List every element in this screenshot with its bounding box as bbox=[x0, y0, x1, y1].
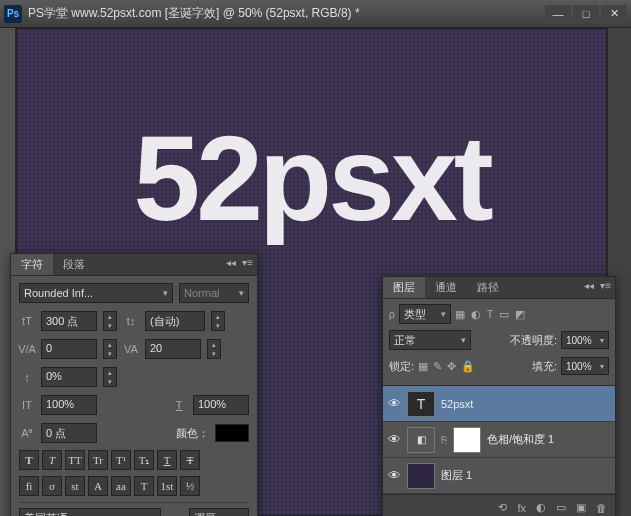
tab-paragraph[interactable]: 段落 bbox=[53, 254, 95, 275]
layer-thumb-text: T bbox=[407, 391, 435, 417]
color-label: 颜色： bbox=[176, 426, 209, 441]
superscript-button[interactable]: T¹ bbox=[111, 450, 131, 470]
tab-channels[interactable]: 通道 bbox=[425, 277, 467, 298]
layer-mask-icon[interactable]: ◐ bbox=[536, 501, 546, 514]
delete-layer-icon[interactable]: 🗑 bbox=[596, 502, 607, 514]
stylistic-button[interactable]: aa bbox=[111, 476, 131, 496]
subscript-button[interactable]: T₁ bbox=[134, 450, 154, 470]
kerning-icon: V/A bbox=[19, 343, 35, 355]
vscale-input[interactable]: 100% bbox=[41, 395, 97, 415]
filter-kind-dropdown[interactable]: 类型 bbox=[399, 304, 451, 324]
new-group-icon[interactable]: ▭ bbox=[556, 501, 566, 514]
height-icon: ↕ bbox=[19, 371, 35, 383]
hscale-input[interactable]: 100% bbox=[193, 395, 249, 415]
lock-transparent-icon[interactable]: ▦ bbox=[418, 360, 428, 373]
bold-button[interactable]: T bbox=[19, 450, 39, 470]
panel-collapse-icon[interactable]: ◂◂ bbox=[226, 257, 236, 268]
baseline-input[interactable]: 0 点 bbox=[41, 423, 97, 443]
smallcaps-button[interactable]: Tr bbox=[88, 450, 108, 470]
leading-spinner[interactable]: ▴▾ bbox=[211, 311, 225, 331]
filter-type-icons: ▦ ◐ T ▭ ◩ bbox=[455, 308, 526, 321]
layer-name[interactable]: 52psxt bbox=[441, 398, 473, 410]
opacity-label: 不透明度: bbox=[510, 333, 557, 348]
window-title: PS学堂 www.52psxt.com [圣诞字效] @ 50% (52psxt… bbox=[28, 5, 545, 22]
font-size-spinner[interactable]: ▴▾ bbox=[103, 311, 117, 331]
height-spinner[interactable]: ▴▾ bbox=[103, 367, 117, 387]
lock-label: 锁定: bbox=[389, 359, 414, 374]
discretionary-button[interactable]: st bbox=[65, 476, 85, 496]
layer-thumb-image bbox=[407, 463, 435, 489]
window-controls: — □ ✕ bbox=[545, 5, 627, 23]
visibility-icon[interactable]: 👁 bbox=[387, 432, 401, 447]
visibility-icon[interactable]: 👁 bbox=[387, 468, 401, 483]
tab-character[interactable]: 字符 bbox=[11, 254, 53, 275]
minimize-button[interactable]: — bbox=[545, 5, 571, 23]
filter-type-icon[interactable]: T bbox=[487, 308, 494, 321]
kerning-input[interactable]: 0 bbox=[41, 339, 97, 359]
window-titlebar: Ps PS学堂 www.52psxt.com [圣诞字效] @ 50% (52p… bbox=[0, 0, 631, 28]
layer-mask-thumb bbox=[453, 427, 481, 453]
filter-kind-icon[interactable]: ρ bbox=[389, 309, 395, 320]
language-dropdown[interactable]: 美国英语 bbox=[19, 508, 161, 516]
font-size-input[interactable]: 300 点 bbox=[41, 311, 97, 331]
blend-mode-dropdown[interactable]: 正常 bbox=[389, 330, 471, 350]
ligature-button[interactable]: fi bbox=[19, 476, 39, 496]
swash-button[interactable]: A bbox=[88, 476, 108, 496]
tracking-spinner[interactable]: ▴▾ bbox=[207, 339, 221, 359]
vscale-icon: IT bbox=[19, 399, 35, 411]
layer-thumb-adjust: ◧ bbox=[407, 427, 435, 453]
height-input[interactable]: 0% bbox=[41, 367, 97, 387]
tracking-icon: VA bbox=[123, 343, 139, 355]
font-size-icon: tT bbox=[19, 315, 35, 327]
tab-layers[interactable]: 图层 bbox=[383, 277, 425, 298]
underline-button[interactable]: T bbox=[157, 450, 177, 470]
filter-adjust-icon[interactable]: ◐ bbox=[471, 308, 481, 321]
panel-collapse-icon[interactable]: ◂◂ bbox=[584, 280, 594, 291]
fractions-button[interactable]: ½ bbox=[180, 476, 200, 496]
antialias-dropdown[interactable]: 浑厚 bbox=[189, 508, 249, 516]
layer-name[interactable]: 色相/饱和度 1 bbox=[487, 432, 554, 447]
filter-smart-icon[interactable]: ◩ bbox=[515, 308, 525, 321]
close-button[interactable]: ✕ bbox=[601, 5, 627, 23]
kerning-spinner[interactable]: ▴▾ bbox=[103, 339, 117, 359]
filter-pixel-icon[interactable]: ▦ bbox=[455, 308, 465, 321]
lock-icons: ▦ ✎ ✥ 🔒 bbox=[418, 360, 475, 373]
layers-panel-tabs: 图层 通道 路径 ◂◂ ▾≡ bbox=[383, 277, 615, 299]
ordinals-button[interactable]: 1st bbox=[157, 476, 177, 496]
titling-button[interactable]: T bbox=[134, 476, 154, 496]
tracking-input[interactable]: 20 bbox=[145, 339, 201, 359]
panel-menu-icon[interactable]: ▾≡ bbox=[242, 257, 253, 268]
maximize-button[interactable]: □ bbox=[573, 5, 599, 23]
fill-input[interactable]: 100% bbox=[561, 357, 609, 375]
panel-menu-icon[interactable]: ▾≡ bbox=[600, 280, 611, 291]
layers-panel: 图层 通道 路径 ◂◂ ▾≡ ρ 类型 ▦ ◐ T ▭ ◩ 正常 不透明度: 1… bbox=[382, 276, 616, 516]
color-swatch[interactable] bbox=[215, 424, 249, 442]
link-layers-icon[interactable]: ⟲ bbox=[498, 501, 507, 514]
new-layer-icon[interactable]: ▣ bbox=[576, 501, 586, 514]
allcaps-button[interactable]: TT bbox=[65, 450, 85, 470]
visibility-icon[interactable]: 👁 bbox=[387, 396, 401, 411]
type-style-buttons: T T TT Tr T¹ T₁ T Ŧ bbox=[19, 450, 249, 470]
opacity-input[interactable]: 100% bbox=[561, 331, 609, 349]
leading-input[interactable]: (自动) bbox=[145, 311, 205, 331]
layer-fx-icon[interactable]: fx bbox=[517, 502, 526, 514]
fill-label: 填充: bbox=[532, 359, 557, 374]
lock-pixels-icon[interactable]: ✎ bbox=[433, 360, 442, 373]
layer-item[interactable]: 👁 T 52psxt bbox=[383, 386, 615, 422]
font-family-dropdown[interactable]: Rounded Inf... bbox=[19, 283, 173, 303]
hscale-icon: T bbox=[171, 399, 187, 411]
font-style-dropdown[interactable]: Normal bbox=[179, 283, 249, 303]
lock-position-icon[interactable]: ✥ bbox=[447, 360, 456, 373]
italic-button[interactable]: T bbox=[42, 450, 62, 470]
layers-footer: ⟲ fx ◐ ▭ ▣ 🗑 bbox=[383, 494, 615, 516]
char-panel-tabs: 字符 段落 ◂◂ ▾≡ bbox=[11, 254, 257, 276]
lock-all-icon[interactable]: 🔒 bbox=[461, 360, 475, 373]
strikethrough-button[interactable]: Ŧ bbox=[180, 450, 200, 470]
tab-paths[interactable]: 路径 bbox=[467, 277, 509, 298]
layer-item[interactable]: 👁 ◧ ⎘ 色相/饱和度 1 bbox=[383, 422, 615, 458]
layer-item[interactable]: 👁 图层 1 bbox=[383, 458, 615, 494]
filter-shape-icon[interactable]: ▭ bbox=[499, 308, 509, 321]
opentype-buttons: fi σ st A aa T 1st ½ bbox=[19, 476, 249, 496]
contextual-button[interactable]: σ bbox=[42, 476, 62, 496]
layer-name[interactable]: 图层 1 bbox=[441, 468, 472, 483]
